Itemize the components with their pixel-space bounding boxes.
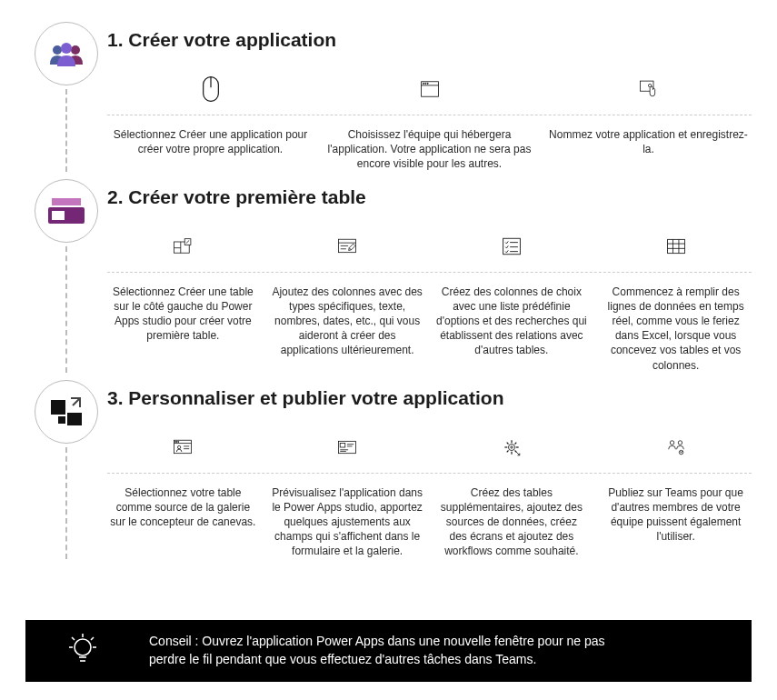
step-text: Sélectionnez Créer une application pour … [107, 127, 314, 156]
timeline-line-2 [65, 246, 67, 373]
svg-point-50 [511, 446, 513, 448]
svg-line-68 [72, 637, 75, 640]
svg-point-38 [176, 441, 177, 442]
section-title-3: 3. Personnaliser et publier votre applic… [107, 387, 752, 409]
grid-icon [656, 226, 696, 266]
section-title-2: 2. Créer votre première table [107, 186, 752, 208]
svg-rect-14 [52, 211, 65, 220]
steps-row-1: Sélectionnez Créer une application pour … [107, 64, 752, 172]
svg-point-2 [61, 43, 72, 54]
layout-edit-icon [163, 226, 203, 266]
step-text: Créez des colonnes de choix avec une lis… [436, 285, 588, 358]
svg-point-59 [670, 440, 673, 444]
svg-rect-12 [52, 198, 81, 205]
timeline-line-3 [65, 447, 67, 559]
timeline-col-3 [25, 380, 107, 559]
steps-row-3: Sélectionnez votre table comme source de… [107, 422, 752, 559]
timeline-line-1 [65, 89, 67, 172]
people-icon [48, 39, 85, 68]
svg-point-0 [53, 45, 62, 55]
step-3-1: Sélectionnez votre table comme source de… [107, 427, 259, 559]
section-icon-circle-3 [35, 380, 98, 444]
step-1-2: Choisissez l'équipe qui hébergera l'appl… [326, 69, 533, 172]
tap-icon [629, 69, 669, 109]
svg-rect-34 [58, 416, 65, 424]
team-share-icon [656, 427, 696, 467]
step-text: Ajoutez des colonnes avec des types spéc… [272, 285, 423, 358]
section-customize-publish: 3. Personnaliser et publier votre applic… [25, 380, 752, 559]
section-body-2: 2. Créer votre première table Sélectionn… [107, 179, 752, 373]
svg-line-55 [507, 442, 509, 444]
gear-workflow-icon [492, 427, 532, 467]
svg-point-62 [75, 639, 91, 655]
svg-line-69 [91, 637, 94, 640]
card-details-icon [327, 427, 367, 467]
section-body-1: 1. Créer votre application Sélectionnez … [107, 22, 752, 172]
window-icon [410, 69, 450, 109]
section-icon-circle-2 [35, 179, 98, 243]
tip-bar: Conseil : Ouvrez l'application Power App… [25, 620, 752, 682]
mouse-icon [191, 69, 231, 109]
svg-point-1 [71, 45, 80, 55]
canvas-user-icon [163, 427, 203, 467]
svg-point-9 [427, 83, 428, 84]
svg-point-8 [424, 83, 425, 84]
section-title-1: 1. Créer votre application [107, 29, 752, 51]
step-3-3: Créez des tables supplémentaires, ajoute… [436, 427, 588, 559]
timeline-col-1 [25, 22, 107, 172]
section-body-3: 3. Personnaliser et publier votre applic… [107, 380, 752, 559]
step-text: Nommez votre application et enregistrez-… [545, 127, 752, 156]
step-2-3: Créez des colonnes de choix avec une lis… [436, 226, 588, 373]
svg-point-7 [423, 83, 423, 84]
step-text: Prévisualisez l'application dans le Powe… [272, 485, 423, 559]
step-text: Choisissez l'équipe qui hébergera l'appl… [326, 127, 533, 172]
step-1-1: Sélectionnez Créer une application pour … [107, 69, 314, 172]
section-create-app: 1. Créer votre application Sélectionnez … [25, 22, 752, 172]
svg-point-39 [178, 441, 179, 442]
svg-rect-32 [51, 400, 65, 415]
svg-rect-44 [340, 443, 345, 446]
section-icon-circle-1 [35, 22, 98, 85]
tip-text: Conseil : Ouvrez l'application Power App… [149, 633, 640, 668]
svg-point-40 [178, 445, 181, 448]
step-2-2: Ajoutez des colonnes avec des types spéc… [272, 226, 423, 373]
step-text: Publiez sur Teams pour que d'autres memb… [600, 485, 752, 545]
step-text: Sélectionnez votre table comme source de… [107, 485, 259, 530]
step-3-4: Publiez sur Teams pour que d'autres memb… [600, 427, 752, 559]
checklist-icon [492, 226, 532, 266]
svg-line-58 [514, 442, 516, 444]
svg-line-57 [507, 450, 509, 452]
svg-point-60 [678, 440, 682, 444]
step-text: Créez des tables supplémentaires, ajoute… [436, 485, 588, 559]
step-text: Sélectionnez Créer une table sur le côté… [107, 285, 259, 344]
step-3-2: Prévisualisez l'application dans le Powe… [272, 427, 423, 559]
step-2-1: Sélectionnez Créer une table sur le côté… [107, 226, 259, 373]
expand-blocks-icon [49, 396, 84, 427]
timeline-col-2 [25, 179, 107, 373]
svg-rect-27 [667, 239, 684, 253]
table-card-icon [48, 196, 85, 225]
svg-point-49 [508, 444, 514, 450]
lightbulb-icon [42, 633, 124, 669]
step-1-3: Nommez votre application et enregistrez-… [545, 69, 752, 172]
section-create-table: 2. Créer votre première table Sélectionn… [25, 179, 752, 373]
svg-point-37 [175, 441, 176, 442]
step-2-4: Commencez à remplir des lignes de donnée… [600, 226, 752, 373]
svg-rect-33 [67, 413, 82, 425]
form-edit-icon [327, 226, 367, 266]
step-text: Commencez à remplir des lignes de donnée… [600, 285, 752, 373]
steps-row-2: Sélectionnez Créer une table sur le côté… [107, 221, 752, 373]
svg-point-11 [648, 84, 651, 86]
